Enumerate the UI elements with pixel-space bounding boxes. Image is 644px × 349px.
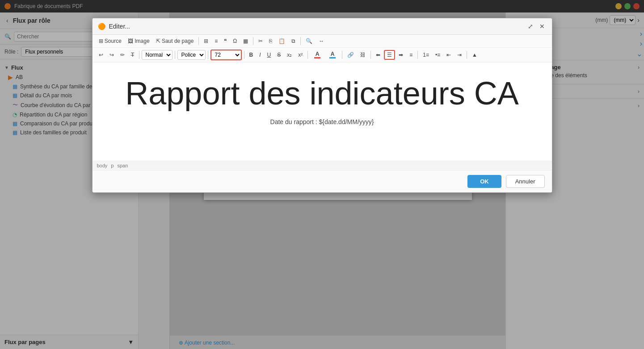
quote-button[interactable]: ❝ [221, 37, 229, 46]
ordered-list-icon: 1≡ [423, 52, 429, 58]
separator-2 [253, 37, 253, 45]
unordered-list-button[interactable]: •≡ [433, 50, 443, 59]
redo-icon: ↪ [109, 52, 114, 58]
italic-button[interactable]: I [257, 50, 263, 59]
format-clear-button[interactable]: T̶ [128, 50, 137, 59]
outdent-icon: ⇤ [446, 52, 451, 58]
align-right-button[interactable]: ➡ [396, 50, 406, 59]
pagebreak-button[interactable]: ⇱ Saut de page [153, 37, 197, 46]
pagebreak-icon: ⇱ [156, 38, 162, 44]
separator-5 [175, 51, 175, 59]
editor-modal: 🟠 Editer... ⤢ ✕ ⊞ Source 🖼 Image ⇱ Saut … [92, 18, 552, 193]
align-left-button[interactable]: ⬅ [373, 50, 383, 59]
special1-button[interactable]: Ω [230, 37, 240, 46]
paste2-icon: ⧉ [291, 38, 295, 44]
image-icon: 🖼 [128, 38, 135, 44]
modal-title-buttons: ⤢ ✕ [526, 22, 547, 31]
statusbar-span[interactable]: span [117, 163, 128, 168]
modal-close-button[interactable]: ✕ [538, 22, 547, 31]
bold-button[interactable]: B [247, 50, 256, 59]
statusbar-body[interactable]: body [97, 163, 108, 168]
cancel-button[interactable]: Annuler [506, 175, 545, 188]
unordered-list-icon: •≡ [435, 52, 440, 58]
bold-icon: B [249, 52, 253, 58]
redo-button[interactable]: ↪ [107, 50, 117, 59]
cut-button[interactable]: ✂ [256, 37, 265, 46]
strikethrough-icon: S [277, 52, 281, 58]
link-button[interactable]: 🔗 [345, 50, 357, 59]
grid-button[interactable]: ⊞ [201, 37, 211, 46]
ok-button[interactable]: OK [467, 175, 501, 188]
pagebreak-label: Saut de page [162, 38, 194, 44]
undo-icon: ↩ [99, 52, 103, 58]
source-label: Source [105, 38, 122, 44]
replace-button[interactable]: ↔ [316, 37, 327, 46]
italic-icon: I [259, 52, 261, 58]
justify-icon: ≡ [409, 52, 412, 58]
separator-4 [139, 51, 139, 59]
unlink-icon: ⛓ [360, 52, 366, 58]
modal-body: Rapport des indicateurs CA Date du rappo… [93, 62, 552, 161]
quote-icon: ❝ [224, 38, 227, 44]
subscript-icon: x₂ [287, 52, 292, 58]
justify-button[interactable]: ≡ [407, 50, 415, 59]
statusbar-p[interactable]: p [111, 163, 114, 168]
indent-icon: ⇥ [457, 52, 462, 58]
align-center-button[interactable]: ☰ [384, 50, 395, 60]
superscript-button[interactable]: x² [295, 50, 305, 59]
find-button[interactable]: 🔍 [303, 37, 315, 46]
align-left-icon: ⬅ [376, 52, 380, 58]
modal-title-icon: 🟠 [98, 23, 105, 30]
separator-12 [467, 51, 467, 59]
fontsize-select[interactable]: 72 [210, 50, 242, 60]
modal-overlay: 🟠 Editer... ⤢ ✕ ⊞ Source 🖼 Image ⇱ Saut … [0, 0, 644, 349]
indent-button[interactable]: ⇥ [455, 50, 464, 59]
modal-expand-button[interactable]: ⤢ [526, 22, 535, 31]
font-color-button[interactable]: A [310, 50, 324, 60]
outdent-button[interactable]: ⇤ [444, 50, 454, 59]
format-clear-icon: T̶ [131, 52, 134, 58]
separator-6 [208, 51, 208, 59]
separator-8 [307, 51, 308, 59]
separator-3 [300, 37, 301, 45]
align-center-icon: ☰ [387, 52, 392, 58]
underline-icon: U [267, 52, 271, 58]
strikethrough-button[interactable]: S [274, 50, 283, 59]
increase-fontsize-icon: ▲ [472, 52, 477, 58]
highlight-color-button[interactable]: A [325, 50, 340, 60]
cut-icon: ✂ [258, 38, 263, 44]
increase-fontsize-button[interactable]: ▲ [469, 50, 480, 59]
ordered-list-button[interactable]: 1≡ [420, 50, 432, 59]
modal-title: Editer... [109, 23, 526, 30]
modal-statusbar: body p span [93, 161, 552, 170]
eraser-button[interactable]: ✏ [118, 50, 127, 59]
source-icon: ⊞ [99, 38, 105, 44]
separator-1 [198, 37, 199, 45]
image-label: Image [135, 38, 149, 44]
align-button[interactable]: ≡ [212, 37, 220, 46]
style-select[interactable]: Normal [142, 50, 173, 60]
underline-button[interactable]: U [265, 50, 274, 59]
paste2-button[interactable]: ⧉ [289, 37, 298, 46]
replace-icon: ↔ [319, 38, 324, 44]
source-button[interactable]: ⊞ Source [96, 37, 124, 46]
grid-icon: ⊞ [204, 38, 208, 44]
undo-button[interactable]: ↩ [96, 50, 106, 59]
copy-icon: ⎘ [269, 38, 272, 44]
image-button[interactable]: 🖼 Image [125, 37, 152, 46]
modal-footer: OK Annuler [93, 170, 552, 192]
font-select[interactable]: Police [177, 50, 206, 60]
modal-body-title: Rapport des indicateurs CA [110, 76, 534, 111]
copy-button[interactable]: ⎘ [266, 37, 275, 46]
subscript-button[interactable]: x₂ [284, 50, 295, 59]
table2-icon: ▦ [243, 38, 248, 44]
link-icon: 🔗 [347, 52, 354, 58]
table2-button[interactable]: ▦ [240, 37, 251, 46]
font-color-icon: A [313, 51, 322, 59]
align-right-icon: ➡ [399, 52, 403, 58]
modal-toolbar2: ↩ ↪ ✏ T̶ Normal Police 72 B I U S x₂ x² [93, 48, 552, 62]
highlight-color-icon: A [328, 51, 337, 59]
modal-titlebar: 🟠 Editer... ⤢ ✕ [93, 18, 552, 35]
paste-button[interactable]: 📋 [276, 37, 288, 46]
unlink-button[interactable]: ⛓ [358, 50, 368, 59]
